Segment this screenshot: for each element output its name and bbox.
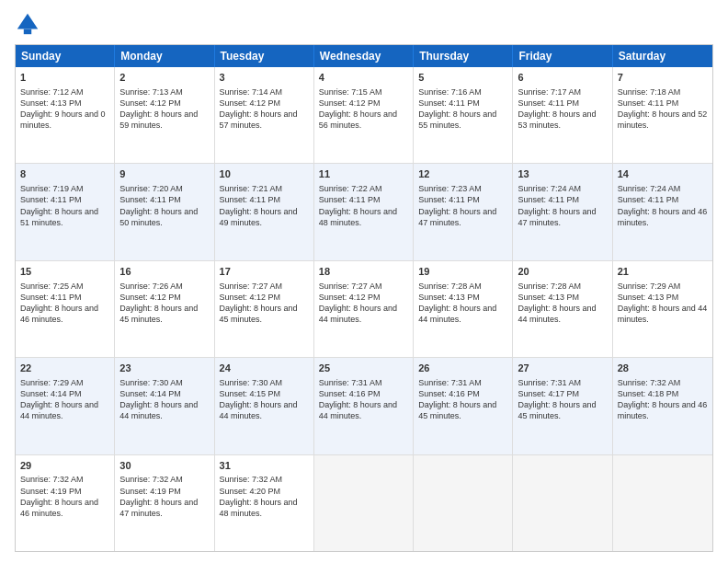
logo-icon	[15, 11, 40, 37]
header	[15, 11, 713, 37]
day-number: 10	[220, 167, 309, 181]
cell-info: Sunrise: 7:30 AM Sunset: 4:14 PM Dayligh…	[119, 378, 198, 420]
calendar-cell: 13Sunrise: 7:24 AM Sunset: 4:11 PM Dayli…	[513, 164, 612, 259]
day-number: 21	[618, 265, 708, 279]
day-number: 9	[119, 167, 209, 181]
calendar-cell: 14Sunrise: 7:24 AM Sunset: 4:11 PM Dayli…	[613, 164, 712, 259]
cell-info: Sunrise: 7:30 AM Sunset: 4:15 PM Dayligh…	[220, 378, 298, 420]
header-day: Monday	[115, 45, 214, 67]
day-number: 5	[418, 71, 507, 85]
cell-info: Sunrise: 7:20 AM Sunset: 4:11 PM Dayligh…	[119, 184, 198, 226]
calendar-cell: 23Sunrise: 7:30 AM Sunset: 4:14 PM Dayli…	[115, 358, 214, 454]
cell-info: Sunrise: 7:29 AM Sunset: 4:14 PM Dayligh…	[20, 378, 98, 420]
calendar-row: 8Sunrise: 7:19 AM Sunset: 4:11 PM Daylig…	[16, 163, 712, 259]
cell-info: Sunrise: 7:32 AM Sunset: 4:19 PM Dayligh…	[20, 475, 98, 517]
cell-info: Sunrise: 7:32 AM Sunset: 4:18 PM Dayligh…	[618, 378, 708, 420]
day-number: 12	[418, 167, 507, 181]
calendar-cell: 2Sunrise: 7:13 AM Sunset: 4:12 PM Daylig…	[115, 67, 214, 163]
header-day: Tuesday	[215, 45, 314, 67]
calendar-cell	[414, 455, 513, 551]
svg-rect-1	[24, 29, 31, 35]
day-number: 15	[20, 265, 109, 279]
cell-info: Sunrise: 7:32 AM Sunset: 4:19 PM Dayligh…	[119, 475, 198, 517]
logo	[15, 11, 44, 37]
calendar-cell: 5Sunrise: 7:16 AM Sunset: 4:11 PM Daylig…	[414, 67, 513, 163]
day-number: 24	[220, 362, 309, 375]
cell-info: Sunrise: 7:24 AM Sunset: 4:11 PM Dayligh…	[518, 184, 596, 226]
cell-info: Sunrise: 7:12 AM Sunset: 4:13 PM Dayligh…	[20, 87, 106, 130]
cell-info: Sunrise: 7:27 AM Sunset: 4:12 PM Dayligh…	[220, 282, 298, 324]
header-day: Sunday	[16, 45, 115, 67]
day-number: 8	[20, 167, 109, 181]
calendar-cell: 29Sunrise: 7:32 AM Sunset: 4:19 PM Dayli…	[16, 455, 115, 551]
calendar-cell: 18Sunrise: 7:27 AM Sunset: 4:12 PM Dayli…	[314, 261, 414, 357]
day-number: 17	[220, 265, 309, 279]
calendar-cell: 24Sunrise: 7:30 AM Sunset: 4:15 PM Dayli…	[215, 358, 314, 454]
calendar-cell: 6Sunrise: 7:17 AM Sunset: 4:11 PM Daylig…	[513, 67, 612, 163]
cell-info: Sunrise: 7:19 AM Sunset: 4:11 PM Dayligh…	[20, 184, 98, 226]
day-number: 11	[319, 167, 408, 181]
calendar-cell: 3Sunrise: 7:14 AM Sunset: 4:12 PM Daylig…	[215, 67, 314, 163]
calendar-cell: 27Sunrise: 7:31 AM Sunset: 4:17 PM Dayli…	[513, 358, 612, 454]
calendar-cell: 16Sunrise: 7:26 AM Sunset: 4:12 PM Dayli…	[115, 261, 214, 357]
cell-info: Sunrise: 7:18 AM Sunset: 4:11 PM Dayligh…	[618, 87, 708, 130]
calendar-cell: 15Sunrise: 7:25 AM Sunset: 4:11 PM Dayli…	[16, 261, 115, 357]
day-number: 30	[119, 459, 209, 473]
svg-marker-0	[17, 14, 38, 29]
calendar-cell: 26Sunrise: 7:31 AM Sunset: 4:16 PM Dayli…	[414, 358, 513, 454]
cell-info: Sunrise: 7:28 AM Sunset: 4:13 PM Dayligh…	[518, 282, 596, 324]
cell-info: Sunrise: 7:31 AM Sunset: 4:17 PM Dayligh…	[518, 378, 596, 420]
calendar-cell: 17Sunrise: 7:27 AM Sunset: 4:12 PM Dayli…	[215, 261, 314, 357]
day-number: 4	[319, 71, 408, 85]
calendar-cell: 7Sunrise: 7:18 AM Sunset: 4:11 PM Daylig…	[613, 67, 712, 163]
cell-info: Sunrise: 7:21 AM Sunset: 4:11 PM Dayligh…	[220, 184, 298, 226]
cell-info: Sunrise: 7:24 AM Sunset: 4:11 PM Dayligh…	[618, 184, 708, 226]
calendar-cell: 10Sunrise: 7:21 AM Sunset: 4:11 PM Dayli…	[215, 164, 314, 259]
calendar-cell: 9Sunrise: 7:20 AM Sunset: 4:11 PM Daylig…	[115, 164, 214, 259]
page: SundayMondayTuesdayWednesdayThursdayFrid…	[0, 0, 728, 563]
day-number: 22	[20, 362, 109, 375]
cell-info: Sunrise: 7:29 AM Sunset: 4:13 PM Dayligh…	[618, 282, 708, 324]
day-number: 1	[20, 71, 109, 85]
calendar-cell: 31Sunrise: 7:32 AM Sunset: 4:20 PM Dayli…	[215, 455, 314, 551]
calendar-body: 1Sunrise: 7:12 AM Sunset: 4:13 PM Daylig…	[16, 67, 712, 551]
day-number: 7	[618, 71, 708, 85]
day-number: 16	[119, 265, 209, 279]
calendar-cell: 11Sunrise: 7:22 AM Sunset: 4:11 PM Dayli…	[314, 164, 414, 259]
day-number: 23	[119, 362, 209, 375]
header-day: Thursday	[414, 45, 513, 67]
day-number: 6	[518, 71, 607, 85]
calendar-row: 15Sunrise: 7:25 AM Sunset: 4:11 PM Dayli…	[16, 260, 712, 357]
cell-info: Sunrise: 7:15 AM Sunset: 4:12 PM Dayligh…	[319, 87, 397, 130]
cell-info: Sunrise: 7:14 AM Sunset: 4:12 PM Dayligh…	[220, 87, 298, 130]
cell-info: Sunrise: 7:26 AM Sunset: 4:12 PM Dayligh…	[119, 282, 198, 324]
calendar-cell: 22Sunrise: 7:29 AM Sunset: 4:14 PM Dayli…	[16, 358, 115, 454]
cell-info: Sunrise: 7:28 AM Sunset: 4:13 PM Dayligh…	[418, 282, 496, 324]
calendar-cell	[613, 455, 712, 551]
calendar-cell: 8Sunrise: 7:19 AM Sunset: 4:11 PM Daylig…	[16, 164, 115, 259]
calendar-cell	[314, 455, 414, 551]
cell-info: Sunrise: 7:23 AM Sunset: 4:11 PM Dayligh…	[418, 184, 496, 226]
header-day: Saturday	[613, 45, 712, 67]
calendar-row: 1Sunrise: 7:12 AM Sunset: 4:13 PM Daylig…	[16, 67, 712, 163]
cell-info: Sunrise: 7:31 AM Sunset: 4:16 PM Dayligh…	[418, 378, 496, 420]
header-day: Wednesday	[314, 45, 414, 67]
cell-info: Sunrise: 7:31 AM Sunset: 4:16 PM Dayligh…	[319, 378, 397, 420]
cell-info: Sunrise: 7:17 AM Sunset: 4:11 PM Dayligh…	[518, 87, 596, 130]
day-number: 27	[518, 362, 607, 375]
day-number: 31	[220, 459, 309, 473]
day-number: 25	[319, 362, 408, 375]
calendar-cell: 28Sunrise: 7:32 AM Sunset: 4:18 PM Dayli…	[613, 358, 712, 454]
calendar-header: SundayMondayTuesdayWednesdayThursdayFrid…	[16, 45, 712, 67]
calendar-cell	[513, 455, 612, 551]
cell-info: Sunrise: 7:25 AM Sunset: 4:11 PM Dayligh…	[20, 282, 98, 324]
cell-info: Sunrise: 7:22 AM Sunset: 4:11 PM Dayligh…	[319, 184, 397, 226]
calendar-row: 29Sunrise: 7:32 AM Sunset: 4:19 PM Dayli…	[16, 454, 712, 551]
day-number: 18	[319, 265, 408, 279]
day-number: 26	[418, 362, 507, 375]
day-number: 2	[119, 71, 209, 85]
calendar-cell: 4Sunrise: 7:15 AM Sunset: 4:12 PM Daylig…	[314, 67, 414, 163]
cell-info: Sunrise: 7:13 AM Sunset: 4:12 PM Dayligh…	[119, 87, 198, 130]
calendar-cell: 19Sunrise: 7:28 AM Sunset: 4:13 PM Dayli…	[414, 261, 513, 357]
calendar: SundayMondayTuesdayWednesdayThursdayFrid…	[15, 44, 713, 552]
